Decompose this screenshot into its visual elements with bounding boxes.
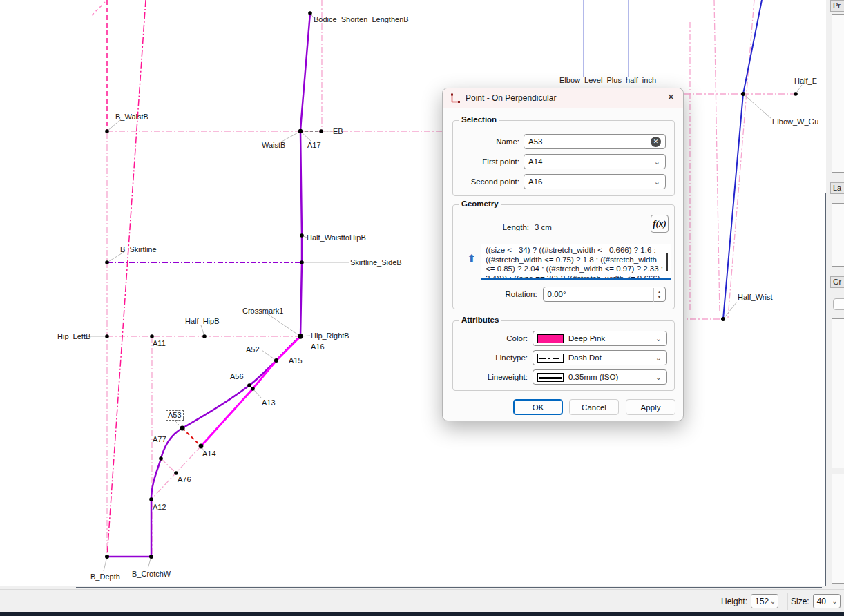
point-waistb-a17[interactable] xyxy=(298,129,303,133)
canvas-label-a77[interactable]: A77 xyxy=(153,435,166,444)
panel-listbox-3[interactable] xyxy=(832,318,844,468)
canvas-label-a17[interactable]: A17 xyxy=(307,141,321,150)
point-eb[interactable] xyxy=(319,129,323,133)
point-skirtline-sideb[interactable] xyxy=(300,260,304,264)
canvas-label-a16[interactable]: A16 xyxy=(311,343,325,352)
canvas-label-a11[interactable]: A11 xyxy=(153,339,166,348)
canvas-label-hip-rightb[interactable]: Hip_RightB xyxy=(311,331,349,340)
chevron-down-icon: ⌄ xyxy=(654,179,660,184)
canvas-label-elbow-level[interactable]: Elbow_Level_Plus_half_inch xyxy=(559,76,656,85)
formula-input[interactable]: ((size <= 34) ? ((#stretch_width <= 0.66… xyxy=(481,244,671,280)
canvas-label-skirtline-sideb[interactable]: Skirtline_SideB xyxy=(350,258,402,267)
canvas-label-bodice[interactable]: Bodice_Shorten_LengthenB xyxy=(314,15,409,24)
canvas-label-a52[interactable]: A52 xyxy=(246,345,260,354)
point-half-wrist[interactable] xyxy=(721,317,725,321)
point-a13[interactable] xyxy=(251,387,255,391)
spin-down-icon[interactable]: ▼ xyxy=(658,295,662,300)
point-hip-rightb[interactable] xyxy=(298,334,303,339)
selection-legend: Selection xyxy=(459,115,499,124)
panel-listbox-1[interactable] xyxy=(832,14,844,173)
canvas-label-half-waisttohipb[interactable]: Half_WaisttoHipB xyxy=(307,233,366,242)
panel-tab-layers[interactable]: La xyxy=(830,182,844,194)
canvas-label-waistb[interactable]: WaistB xyxy=(262,141,285,150)
clear-icon[interactable]: ✕ xyxy=(651,137,661,147)
color-select[interactable]: Deep Pink ⌄ xyxy=(533,331,667,346)
panel-tab-groups[interactable]: Gr xyxy=(830,276,844,288)
point-a53[interactable] xyxy=(180,425,184,430)
selection-group: Selection Name: A53 ✕ First point: A14 ⌄… xyxy=(452,120,675,196)
panel-mini-button[interactable] xyxy=(833,298,844,310)
dialog-titlebar[interactable]: Point - On Perpendicular ✕ xyxy=(443,88,683,108)
point-a11[interactable] xyxy=(150,334,154,338)
vertical-scrollbar[interactable] xyxy=(825,193,826,586)
apply-button[interactable]: Apply xyxy=(626,399,675,415)
point-a15[interactable] xyxy=(274,358,278,363)
second-point-value: A16 xyxy=(528,177,542,186)
pattern-outline[interactable] xyxy=(107,13,310,557)
linetype-select[interactable]: Dash Dot ⌄ xyxy=(533,350,667,365)
canvas-label-crossmark1[interactable]: Crossmark1 xyxy=(242,307,283,316)
sleeve-guide-lines xyxy=(584,0,629,77)
panel-listbox-4[interactable] xyxy=(832,474,844,584)
lineweight-select[interactable]: 0.35mm (ISO) ⌄ xyxy=(533,369,667,385)
name-input[interactable]: A53 ✕ xyxy=(524,134,666,149)
canvas-label-b-crotchw[interactable]: B_CrotchW xyxy=(132,570,171,579)
canvas-label-hip-leftb[interactable]: Hip_LeftB xyxy=(57,332,90,341)
formula-fx-button[interactable]: f(x) xyxy=(651,215,669,233)
height-control: Height: 152 ⌄ xyxy=(721,594,778,608)
pattern-canvas[interactable]: Bodice_Shorten_LengthenB B_WaistB WaistB… xyxy=(0,0,826,586)
size-select[interactable]: 40 ⌄ xyxy=(813,594,841,608)
point-bodice[interactable] xyxy=(308,11,312,15)
panel-tab-properties[interactable]: Pr xyxy=(830,0,844,12)
geometry-group: Geometry Length: 3 cm f(x) ⬆ ((size <= 3… xyxy=(452,204,675,309)
horizontal-scrollbar[interactable] xyxy=(76,587,822,588)
point-on-perpendicular-dialog: Point - On Perpendicular ✕ Selection Nam… xyxy=(442,88,684,421)
rotation-input[interactable]: 0.00° ▲ ▼ xyxy=(543,287,666,302)
point-b-waistb[interactable] xyxy=(105,129,109,133)
close-icon[interactable]: ✕ xyxy=(667,92,675,102)
ok-button[interactable]: OK xyxy=(513,399,563,415)
formula-scrollbar[interactable] xyxy=(666,253,668,271)
canvas-label-b-skirtline[interactable]: B_Skirtline xyxy=(120,245,157,254)
canvas-label-half-wrist[interactable]: Half_Wrist xyxy=(738,293,773,302)
color-swatch xyxy=(537,334,564,343)
point-a77[interactable] xyxy=(159,456,163,461)
point-hip-leftb[interactable] xyxy=(105,334,109,338)
canvas-label-eb[interactable]: EB xyxy=(333,127,343,136)
panel-listbox-2[interactable] xyxy=(832,203,844,267)
point-a12[interactable] xyxy=(149,497,153,501)
canvas-label-a56[interactable]: A56 xyxy=(230,372,244,381)
point-b-crotchw[interactable] xyxy=(149,555,153,559)
point-b-depth[interactable] xyxy=(105,555,109,559)
point-a14[interactable] xyxy=(199,444,204,449)
canvas-label-a53-selected[interactable]: A53 xyxy=(166,410,184,421)
point-a76[interactable] xyxy=(174,471,178,475)
canvas-label-a13[interactable]: A13 xyxy=(262,398,276,407)
attributes-legend: Attributes xyxy=(459,316,501,324)
spin-up-icon[interactable]: ▲ xyxy=(658,290,662,295)
canvas-label-half-elbow[interactable]: Half_E xyxy=(794,77,817,86)
point-half-elbow[interactable] xyxy=(794,92,798,96)
second-point-select[interactable]: A16 ⌄ xyxy=(524,174,666,189)
expand-formula-icon[interactable]: ⬆ xyxy=(467,252,476,265)
cancel-button[interactable]: Cancel xyxy=(569,399,619,415)
point-half-waisttohipb[interactable] xyxy=(300,233,304,238)
canvas-label-a14[interactable]: A14 xyxy=(202,450,216,459)
first-point-select[interactable]: A14 ⌄ xyxy=(524,154,666,169)
canvas-label-b-depth[interactable]: B_Depth xyxy=(90,572,120,581)
canvas-label-a12[interactable]: A12 xyxy=(153,503,166,512)
point-b-skirtline[interactable] xyxy=(105,260,109,264)
canvas-label-a76[interactable]: A76 xyxy=(178,475,191,484)
canvas-label-a15[interactable]: A15 xyxy=(289,356,303,365)
point-half-hipb[interactable] xyxy=(202,334,207,338)
size-value: 40 xyxy=(817,597,826,606)
dialog-title: Point - On Perpendicular xyxy=(466,93,556,103)
attributes-group: Attributes Color: Deep Pink ⌄ Linetype: … xyxy=(452,320,675,391)
point-elbow[interactable] xyxy=(741,92,745,96)
canvas-label-b-waistb[interactable]: B_WaistB xyxy=(115,113,148,122)
rotation-spinner[interactable]: ▲ ▼ xyxy=(653,288,664,302)
point-a56[interactable] xyxy=(247,383,251,387)
canvas-label-elbow-w-gusset[interactable]: Elbow_W_Gu xyxy=(772,117,818,126)
canvas-label-half-hipb[interactable]: Half_HipB xyxy=(185,317,220,326)
height-select[interactable]: 152 ⌄ xyxy=(751,594,778,608)
